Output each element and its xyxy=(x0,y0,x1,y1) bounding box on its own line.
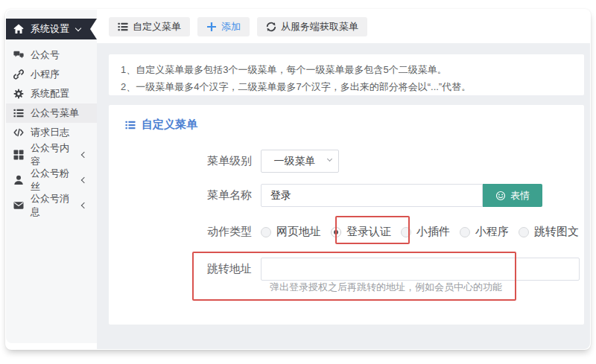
sidebar-item-label: 公众号消息 xyxy=(31,192,75,219)
sidebar-item-label: 公众号内容 xyxy=(31,141,75,168)
chevron-left-icon xyxy=(81,202,87,208)
menu-name-row: 菜单名称 表情 xyxy=(109,184,542,207)
gear-icon xyxy=(13,89,24,99)
radio-label: 网页地址 xyxy=(276,225,321,239)
radio-icon xyxy=(460,227,470,237)
sidebar-item-official-account-fans[interactable]: 公众号粉丝 xyxy=(6,167,97,193)
chevron-down-icon xyxy=(327,156,332,162)
link-icon xyxy=(13,69,24,80)
menu-level-selected-value: 一级菜单 xyxy=(274,155,316,168)
form-title-label: 自定义菜单 xyxy=(142,118,197,132)
radio-label: 登录认证 xyxy=(346,225,391,239)
sidebar: 系统设置 公众号 小程序 系统配置 xyxy=(6,10,97,343)
radio-icon xyxy=(331,227,341,237)
sidebar-item-official-account-messages[interactable]: 公众号消息 xyxy=(6,193,97,218)
comments-icon xyxy=(13,50,24,60)
jump-url-row: 跳转地址 xyxy=(109,258,580,281)
list-icon xyxy=(13,108,24,118)
radio-jump-article[interactable]: 跳转图文 xyxy=(519,225,579,239)
notice-line-1: 1、自定义菜单最多包括3个一级菜单，每个一级菜单最多包含5个二级菜单。 xyxy=(121,62,572,79)
radio-icon xyxy=(401,227,411,237)
chevron-down-icon xyxy=(75,25,81,31)
sidebar-item-official-account-content[interactable]: 公众号内容 xyxy=(6,142,97,167)
jump-url-input[interactable] xyxy=(261,258,580,281)
notice-line-2: 2、一级菜单最多4个汉字，二级菜单最多7个汉字，多出来的部分将会以“...”代替… xyxy=(121,79,572,96)
refresh-icon xyxy=(266,22,276,32)
form-title: 自定义菜单 xyxy=(125,118,197,132)
menu-level-row: 菜单级别 一级菜单 xyxy=(109,150,339,173)
radio-mini-program[interactable]: 小程序 xyxy=(460,225,509,239)
sidebar-header-label: 系统设置 xyxy=(31,22,69,36)
radio-icon xyxy=(261,227,271,237)
app-window: 系统设置 公众号 小程序 系统配置 xyxy=(5,9,591,350)
user-icon xyxy=(13,175,24,185)
main-area: 自定义菜单 添加 从服务端获取菜单 1、自定义菜单最多包括3个一级菜单，每个一级… xyxy=(97,10,590,349)
chevron-left-icon xyxy=(81,177,87,183)
chevron-left-icon xyxy=(81,152,87,158)
radio-web-url[interactable]: 网页地址 xyxy=(261,225,321,239)
toolbar: 自定义菜单 添加 从服务端获取菜单 xyxy=(97,10,590,43)
menu-level-label: 菜单级别 xyxy=(109,154,261,168)
smiley-icon xyxy=(495,191,506,201)
radio-widget[interactable]: 小插件 xyxy=(401,225,450,239)
menu-name-input[interactable] xyxy=(261,184,483,207)
code-icon xyxy=(13,127,24,138)
home-icon xyxy=(13,24,24,34)
menu-level-select[interactable]: 一级菜单 xyxy=(261,150,339,173)
sidebar-item-label: 公众号粉丝 xyxy=(31,167,75,194)
content-area: 1、自定义菜单最多包括3个一级菜单，每个一级菜单最多包含5个二级菜单。 2、一级… xyxy=(97,43,590,349)
action-type-label: 动作类型 xyxy=(109,225,261,239)
radio-label: 小插件 xyxy=(416,225,450,239)
list-icon xyxy=(118,22,128,32)
sidebar-item-label: 系统配置 xyxy=(31,87,89,100)
notice-panel: 1、自定义菜单最多包括3个一级菜单，每个一级菜单最多包含5个二级菜单。 2、一级… xyxy=(109,54,584,95)
sidebar-item-label: 请求日志 xyxy=(31,126,89,139)
sidebar-item-label: 公众号 xyxy=(31,48,89,62)
fetch-menu-label: 从服务端获取菜单 xyxy=(281,20,358,33)
add-button-label: 添加 xyxy=(221,20,241,33)
custom-menu-tab-button[interactable]: 自定义菜单 xyxy=(109,17,190,36)
emoji-button[interactable]: 表情 xyxy=(483,184,542,207)
grid-icon xyxy=(13,150,24,160)
envelope-icon xyxy=(13,200,24,211)
emoji-button-label: 表情 xyxy=(510,189,530,202)
sidebar-item-label: 公众号菜单 xyxy=(31,106,89,120)
radio-icon xyxy=(519,227,529,237)
jump-url-label: 跳转地址 xyxy=(109,262,261,276)
radio-login-auth[interactable]: 登录认证 xyxy=(331,225,391,239)
add-button[interactable]: 添加 xyxy=(197,17,250,36)
sidebar-item-system-config[interactable]: 系统配置 xyxy=(6,84,97,103)
action-type-radio-group: 网页地址 登录认证 小插件 小程序 xyxy=(261,225,579,239)
jump-url-help-text: 弹出登录授权之后再跳转的地址，例如会员中心的功能 xyxy=(270,281,502,294)
action-type-row: 动作类型 网页地址 登录认证 小插件 xyxy=(109,224,579,240)
sidebar-item-mini-program[interactable]: 小程序 xyxy=(6,65,97,84)
custom-menu-form-panel: 自定义菜单 菜单级别 一级菜单 菜单名称 xyxy=(109,105,584,325)
menu-name-label: 菜单名称 xyxy=(109,188,261,202)
list-icon xyxy=(125,120,136,130)
sidebar-menu: 公众号 小程序 系统配置 公众号菜单 xyxy=(6,39,97,218)
sidebar-item-official-account-menu[interactable]: 公众号菜单 xyxy=(6,103,97,123)
custom-menu-tab-label: 自定义菜单 xyxy=(133,20,181,33)
sidebar-item-official-account[interactable]: 公众号 xyxy=(6,45,97,65)
radio-label: 跳转图文 xyxy=(534,225,579,239)
sidebar-item-request-log[interactable]: 请求日志 xyxy=(6,123,97,142)
plus-icon xyxy=(206,22,217,32)
fetch-menu-from-server-button[interactable]: 从服务端获取菜单 xyxy=(257,17,367,36)
radio-label: 小程序 xyxy=(475,225,509,239)
sidebar-header-system-settings[interactable]: 系统设置 xyxy=(6,19,97,39)
sidebar-item-label: 小程序 xyxy=(31,68,89,81)
